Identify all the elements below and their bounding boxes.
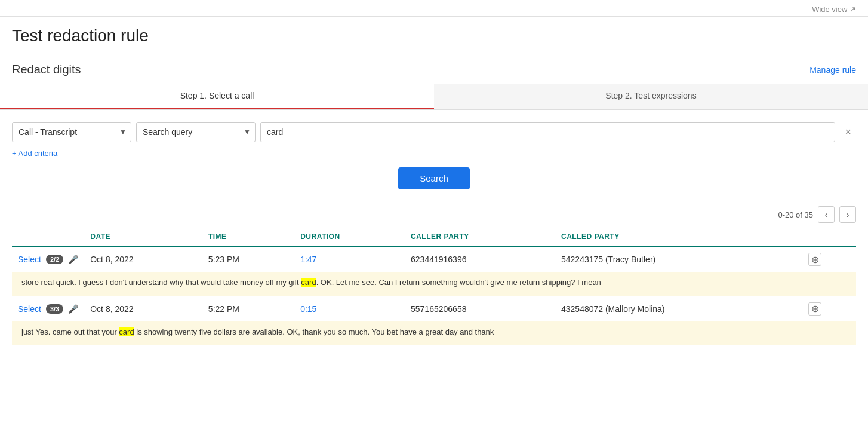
table-row: Select 2/2 🎤 Oct 8, 2022 5:23 PM 1:47 62… — [12, 246, 856, 272]
search-button[interactable]: Search — [398, 167, 470, 189]
col-select — [12, 228, 84, 246]
col-called-party: CALLED PARTY — [555, 228, 802, 246]
cell-duration: 1:47 — [294, 246, 405, 272]
duration-link[interactable]: 1:47 — [300, 255, 316, 264]
cell-caller-party: 623441916396 — [405, 246, 555, 272]
select-link[interactable]: Select — [18, 304, 41, 314]
mic-icon: 🎤 — [68, 255, 78, 264]
filter-type-wrapper: Call - Transcript Call - Audio Metadata … — [12, 122, 131, 142]
cell-date: Oct 8, 2022 — [84, 246, 202, 272]
mic-icon: 🎤 — [68, 304, 78, 314]
table-row: Select 3/3 🎤 Oct 8, 2022 5:22 PM 0:15 55… — [12, 296, 856, 321]
add-criteria-link[interactable]: + Add criteria — [12, 149, 57, 158]
snippet-row: just Yes. came out that your card is sho… — [12, 321, 856, 345]
col-time: TIME — [202, 228, 294, 246]
cell-called-party: 542243175 (Tracy Butler) — [555, 246, 802, 272]
tabs-container: Step 1. Select a call Step 2. Test expre… — [0, 84, 868, 110]
page-title: Test redaction rule — [12, 26, 856, 45]
snippet-row: store real quick. I guess I don't unders… — [12, 272, 856, 296]
search-row: Call - Transcript Call - Audio Metadata … — [12, 122, 856, 142]
col-duration: DURATION — [294, 228, 405, 246]
duration-link[interactable]: 0:15 — [300, 304, 316, 314]
filter-type-select[interactable]: Call - Transcript Call - Audio Metadata — [12, 122, 131, 142]
top-bar: Wide view ↗ — [0, 0, 868, 17]
col-date: DATE — [84, 228, 202, 246]
results-count: 0-20 of 35 — [778, 210, 813, 219]
select-link[interactable]: Select — [18, 255, 41, 264]
query-type-select[interactable]: Search query Exact match Contains — [136, 122, 256, 142]
clear-button[interactable]: × — [840, 124, 856, 141]
search-btn-row: Search — [12, 167, 856, 189]
cell-duration: 0:15 — [294, 296, 405, 321]
cell-time: 5:22 PM — [202, 296, 294, 321]
match-badge: 2/2 — [46, 255, 63, 264]
pagination-prev-button[interactable]: ‹ — [818, 206, 835, 223]
table-container: DATE TIME DURATION CALLER PARTY CALLED P… — [0, 228, 868, 345]
cell-caller-party: 557165206658 — [405, 296, 555, 321]
section-title: Redact digits — [12, 63, 81, 76]
pagination-next-button[interactable]: › — [839, 206, 856, 223]
section-header: Redact digits Manage rule — [0, 53, 868, 84]
page-header: Test redaction rule — [0, 17, 868, 53]
results-table: DATE TIME DURATION CALLER PARTY CALLED P… — [12, 228, 856, 345]
highlight-text: card — [301, 278, 316, 287]
tab-test-expressions[interactable]: Step 2. Test expressions — [434, 84, 868, 109]
cell-expand: ⊕ — [802, 296, 856, 321]
expand-button[interactable]: ⊕ — [808, 253, 821, 266]
results-header: 0-20 of 35 ‹ › — [0, 201, 868, 228]
snippet-cell: just Yes. came out that your card is sho… — [12, 321, 856, 345]
col-caller-party: CALLER PARTY — [405, 228, 555, 246]
cell-time: 5:23 PM — [202, 246, 294, 272]
cell-expand: ⊕ — [802, 246, 856, 272]
manage-rule-link[interactable]: Manage rule — [809, 65, 856, 75]
highlight-text: card — [119, 327, 134, 336]
col-actions — [802, 228, 856, 246]
search-area: Call - Transcript Call - Audio Metadata … — [0, 110, 868, 201]
expand-button[interactable]: ⊕ — [808, 302, 821, 316]
cell-date: Oct 8, 2022 — [84, 296, 202, 321]
tab-select-call[interactable]: Step 1. Select a call — [0, 84, 434, 109]
table-header-row: DATE TIME DURATION CALLER PARTY CALLED P… — [12, 228, 856, 246]
snippet-cell: store real quick. I guess I don't unders… — [12, 272, 856, 296]
wide-view-toggle[interactable]: Wide view ↗ — [812, 5, 856, 14]
match-badge: 3/3 — [46, 304, 63, 314]
add-criteria-row: + Add criteria — [12, 148, 856, 158]
query-type-wrapper: Search query Exact match Contains ▼ — [136, 122, 256, 142]
search-text-input[interactable] — [260, 122, 835, 142]
cell-called-party: 432548072 (Mallory Molina) — [555, 296, 802, 321]
